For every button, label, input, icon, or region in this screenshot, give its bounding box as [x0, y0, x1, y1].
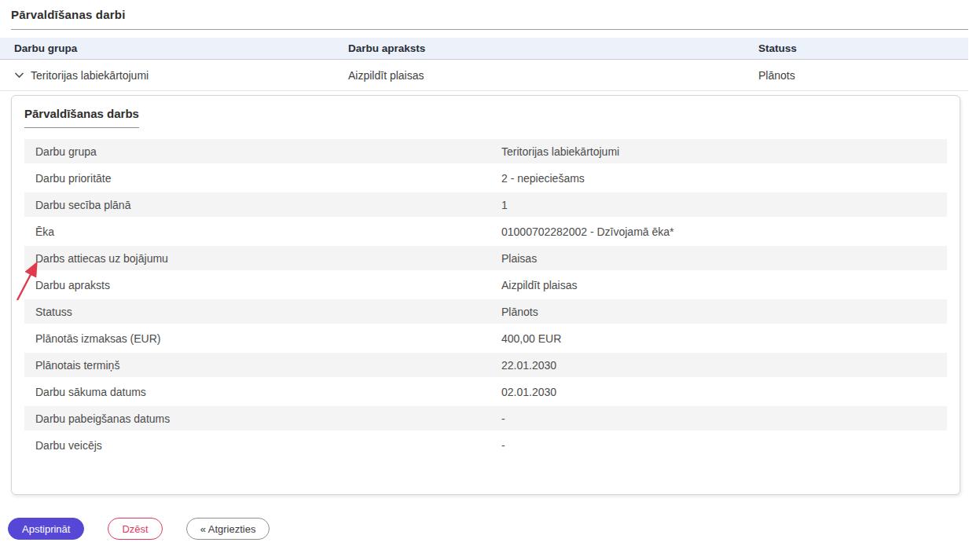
- management-works-page: Pārvaldīšanas darbi Darbu grupa Darbu ap…: [0, 8, 980, 557]
- field-value: 1: [501, 199, 936, 211]
- field-label: Darbu pabeigšanas datums: [35, 412, 501, 425]
- field-row-eka: Ēka 01000702282002 - Dzīvojamā ēka*: [24, 219, 947, 244]
- table-header-row: Darbu grupa Darbu apraksts Statuss: [0, 38, 968, 60]
- row-status-cell: Plānots: [758, 69, 968, 82]
- delete-button[interactable]: Dzēst: [108, 518, 162, 540]
- field-label: Darbs attiecas uz bojājumu: [35, 252, 501, 265]
- field-row-bojajums: Darbs attiecas uz bojājumu Plaisas: [24, 246, 947, 270]
- row-description-cell: Aizpildīt plaisas: [348, 69, 758, 82]
- field-value: Teritorijas labiekārtojumi: [501, 145, 936, 158]
- field-row-darbu-veicejs: Darbu veicējs -: [24, 433, 947, 457]
- page-title: Pārvaldīšanas darbi: [11, 8, 980, 21]
- field-value: 400,00 EUR: [501, 332, 936, 345]
- field-label: Plānotais termiņš: [35, 359, 501, 372]
- work-detail-panel: Pārvaldīšanas darbs Darbu grupa Teritori…: [11, 95, 960, 495]
- field-value: 22.01.2030: [501, 359, 936, 372]
- field-label: Darbu sākuma datums: [35, 386, 501, 398]
- field-value: Plānots: [501, 306, 936, 318]
- table-row[interactable]: Teritorijas labiekārtojumi Aizpildīt pla…: [0, 60, 968, 91]
- action-bar: Apstiprināt Dzēst « Atgriezties: [8, 518, 980, 540]
- field-label: Plānotās izmaksas (EUR): [35, 332, 501, 345]
- field-row-darbu-apraksts: Darbu apraksts Aizpildīt plaisas: [24, 273, 947, 297]
- field-value: -: [501, 439, 936, 452]
- column-header-status: Statuss: [758, 42, 968, 54]
- field-value: 02.01.2030: [501, 386, 936, 398]
- field-row-planotas-izmaksas: Plānotās izmaksas (EUR) 400,00 EUR: [24, 326, 947, 350]
- field-label: Ēka: [35, 225, 501, 238]
- chevron-down-icon[interactable]: [14, 71, 24, 79]
- field-label: Darbu veicējs: [35, 439, 501, 452]
- column-header-description: Darbu apraksts: [348, 42, 758, 54]
- confirm-button[interactable]: Apstiprināt: [8, 518, 84, 540]
- field-row-planotais-termins: Plānotais termiņš 22.01.2030: [24, 353, 947, 377]
- detail-panel-title: Pārvaldīšanas darbs: [24, 107, 139, 128]
- field-row-darbu-seciba: Darbu secība plānā 1: [24, 192, 947, 217]
- field-value: -: [501, 412, 936, 425]
- field-row-pabeigsanas-datums: Darbu pabeigšanas datums -: [24, 406, 947, 431]
- field-label: Statuss: [35, 306, 501, 318]
- field-row-darbu-prioritate: Darbu prioritāte 2 - nepieciešams: [24, 166, 947, 190]
- field-value: Aizpildīt plaisas: [501, 279, 936, 291]
- works-table: Darbu grupa Darbu apraksts Statuss Terit…: [0, 38, 968, 91]
- field-label: Darbu apraksts: [35, 279, 501, 291]
- field-label: Darbu prioritāte: [35, 172, 501, 185]
- detail-fields: Darbu grupa Teritorijas labiekārtojumi D…: [24, 139, 947, 457]
- field-value: 01000702282002 - Dzīvojamā ēka*: [501, 225, 936, 238]
- title-divider: [11, 29, 968, 30]
- field-row-sakuma-datums: Darbu sākuma datums 02.01.2030: [24, 379, 947, 404]
- field-value: Plaisas: [501, 252, 936, 265]
- back-button[interactable]: « Atgriezties: [186, 518, 270, 540]
- column-header-group: Darbu grupa: [0, 42, 348, 54]
- field-row-statuss: Statuss Plānots: [24, 299, 947, 324]
- field-label: Darbu secība plānā: [35, 199, 501, 211]
- row-group-cell: Teritorijas labiekārtojumi: [31, 69, 149, 82]
- field-row-darbu-grupa: Darbu grupa Teritorijas labiekārtojumi: [24, 139, 947, 163]
- field-label: Darbu grupa: [35, 145, 501, 158]
- field-value: 2 - nepieciešams: [501, 172, 936, 185]
